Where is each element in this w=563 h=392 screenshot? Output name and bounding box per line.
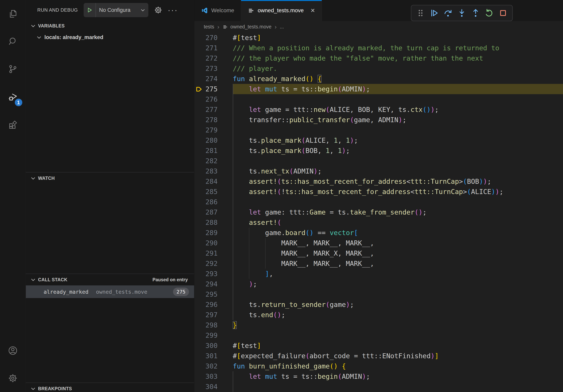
- code-line-content[interactable]: [233, 381, 563, 392]
- code-line-content[interactable]: );: [233, 279, 563, 289]
- line-number-gutter[interactable]: 286: [194, 197, 233, 207]
- code-line-content[interactable]: MARK__, MARK__, MARK__,: [233, 238, 563, 248]
- breadcrumb-more[interactable]: ...: [280, 24, 284, 30]
- code-line-content[interactable]: [233, 125, 563, 135]
- more-actions-icon[interactable]: ···: [168, 8, 178, 12]
- line-number-gutter[interactable]: 282: [194, 156, 233, 166]
- line-number-gutter[interactable]: 291: [194, 248, 233, 258]
- step-over-button[interactable]: [443, 8, 453, 18]
- line-number-gutter[interactable]: 288: [194, 217, 233, 228]
- code-line-content[interactable]: #[test]: [233, 340, 563, 351]
- toolbar-drag-handle[interactable]: [416, 8, 425, 18]
- code-line-300[interactable]: 300#[test]: [194, 340, 563, 351]
- code-line-297[interactable]: 297 ts.end();: [194, 310, 563, 320]
- line-number-gutter[interactable]: 272: [194, 53, 233, 63]
- line-number-gutter[interactable]: 270: [194, 33, 233, 43]
- step-out-button[interactable]: [471, 8, 481, 18]
- line-number-gutter[interactable]: 294: [194, 279, 233, 289]
- code-line-287[interactable]: 287 let game: ttt::Game = ts.take_from_s…: [194, 207, 563, 217]
- watch-section-header[interactable]: WATCH: [26, 172, 194, 184]
- continue-button[interactable]: [429, 8, 439, 18]
- code-line-303[interactable]: 303 let mut ts = ts::begin(ADMIN);: [194, 371, 563, 381]
- code-line-content[interactable]: fun already_marked() {: [233, 74, 563, 84]
- code-line-276[interactable]: 276: [194, 94, 563, 105]
- code-line-289[interactable]: 289 game.board() == vector[: [194, 228, 563, 238]
- line-number-gutter[interactable]: 275: [194, 84, 233, 94]
- line-number-gutter[interactable]: 278: [194, 115, 233, 125]
- code-line-content[interactable]: /// When a position is already marked, t…: [233, 43, 563, 53]
- locals-scope-row[interactable]: locals: already_marked: [26, 32, 194, 43]
- code-line-270[interactable]: 270#[test]: [194, 33, 563, 43]
- code-line-content[interactable]: #[expected_failure(abort_code = ttt::ENo…: [233, 351, 563, 361]
- code-line-content[interactable]: [233, 197, 563, 207]
- restart-button[interactable]: [484, 8, 494, 18]
- code-line-282[interactable]: 282: [194, 156, 563, 166]
- code-line-278[interactable]: 278 transfer::public_transfer(game, ADMI…: [194, 115, 563, 125]
- settings-gear-icon[interactable]: [0, 364, 26, 392]
- code-area[interactable]: 270#[test]271/// When a position is alre…: [194, 33, 563, 392]
- explorer-icon[interactable]: [0, 0, 26, 28]
- run-and-debug-icon[interactable]: 1: [0, 83, 26, 111]
- code-line-content[interactable]: #[test]: [233, 33, 563, 43]
- code-line-content[interactable]: [233, 330, 563, 340]
- line-number-gutter[interactable]: 279: [194, 125, 233, 135]
- line-number-gutter[interactable]: 283: [194, 166, 233, 176]
- code-line-content[interactable]: assert!(: [233, 217, 563, 228]
- code-line-281[interactable]: 281 ts.place_mark(BOB, 1, 1);: [194, 145, 563, 156]
- code-line-298[interactable]: 298}: [194, 320, 563, 330]
- code-line-content[interactable]: transfer::public_transfer(game, ADMIN);: [233, 115, 563, 125]
- line-number-gutter[interactable]: 298: [194, 320, 233, 330]
- call-stack-section-header[interactable]: CALL STACK Paused on entry: [26, 274, 194, 285]
- code-line-285[interactable]: 285 assert!(!ts::has_most_recent_for_add…: [194, 186, 563, 197]
- code-line-299[interactable]: 299: [194, 330, 563, 340]
- code-line-content[interactable]: ts.place_mark(BOB, 1, 1);: [233, 145, 563, 156]
- code-line-288[interactable]: 288 assert!(: [194, 217, 563, 228]
- line-number-gutter[interactable]: 271: [194, 43, 233, 53]
- line-number-gutter[interactable]: 304: [194, 381, 233, 392]
- code-line-302[interactable]: 302fun burn_unfinished_game() {: [194, 361, 563, 371]
- debug-settings-gear-icon[interactable]: [154, 6, 163, 14]
- line-number-gutter[interactable]: 300: [194, 340, 233, 351]
- code-line-284[interactable]: 284 assert!(ts::has_most_recent_for_addr…: [194, 176, 563, 186]
- line-number-gutter[interactable]: 301: [194, 351, 233, 361]
- source-control-icon[interactable]: [0, 55, 26, 83]
- line-number-gutter[interactable]: 274: [194, 74, 233, 84]
- line-number-gutter[interactable]: 296: [194, 300, 233, 310]
- code-line-304[interactable]: 304: [194, 381, 563, 392]
- start-debug-icon[interactable]: [84, 3, 96, 17]
- code-line-content[interactable]: game.board() == vector[: [233, 228, 563, 238]
- code-line-274[interactable]: 274fun already_marked() {: [194, 74, 563, 84]
- stack-frame-row[interactable]: already_marked owned_tests.move 275: [26, 285, 194, 298]
- code-line-294[interactable]: 294 );: [194, 279, 563, 289]
- code-line-286[interactable]: 286: [194, 197, 563, 207]
- code-line-content[interactable]: ts.end();: [233, 310, 563, 320]
- code-line-291[interactable]: 291 MARK__, MARK_X, MARK__,: [194, 248, 563, 258]
- line-number-gutter[interactable]: 276: [194, 94, 233, 105]
- code-line-295[interactable]: 295: [194, 289, 563, 300]
- code-line-271[interactable]: 271/// When a position is already marked…: [194, 43, 563, 53]
- code-line-content[interactable]: [233, 94, 563, 105]
- step-into-button[interactable]: [457, 8, 467, 18]
- breadcrumb-folder[interactable]: tests: [204, 24, 214, 30]
- search-icon[interactable]: [0, 28, 26, 55]
- code-line-content[interactable]: MARK__, MARK__, MARK__,: [233, 258, 563, 269]
- code-line-content[interactable]: MARK__, MARK_X, MARK__,: [233, 248, 563, 258]
- line-number-gutter[interactable]: 284: [194, 176, 233, 186]
- line-number-gutter[interactable]: 293: [194, 269, 233, 279]
- code-line-content[interactable]: ts.place_mark(ALICE, 1, 1);: [233, 135, 563, 145]
- code-line-292[interactable]: 292 MARK__, MARK__, MARK__,: [194, 258, 563, 269]
- code-line-293[interactable]: 293 ],: [194, 269, 563, 279]
- line-number-gutter[interactable]: 297: [194, 310, 233, 320]
- code-line-content[interactable]: let mut ts = ts::begin(ADMIN);: [233, 371, 563, 381]
- code-line-290[interactable]: 290 MARK__, MARK__, MARK__,: [194, 238, 563, 248]
- code-line-content[interactable]: ],: [233, 269, 563, 279]
- tab-owned-tests[interactable]: owned_tests.move ✕: [241, 0, 322, 21]
- code-line-content[interactable]: ts.return_to_sender(game);: [233, 300, 563, 310]
- line-number-gutter[interactable]: 290: [194, 238, 233, 248]
- code-line-content[interactable]: assert!(ts::has_most_recent_for_address<…: [233, 176, 563, 186]
- breadcrumb-file[interactable]: owned_tests.move: [230, 24, 271, 30]
- code-line-content[interactable]: let mut ts = ts::begin(ADMIN);: [233, 84, 563, 94]
- line-number-gutter[interactable]: 302: [194, 361, 233, 371]
- close-icon[interactable]: ✕: [310, 7, 315, 14]
- code-line-296[interactable]: 296 ts.return_to_sender(game);: [194, 300, 563, 310]
